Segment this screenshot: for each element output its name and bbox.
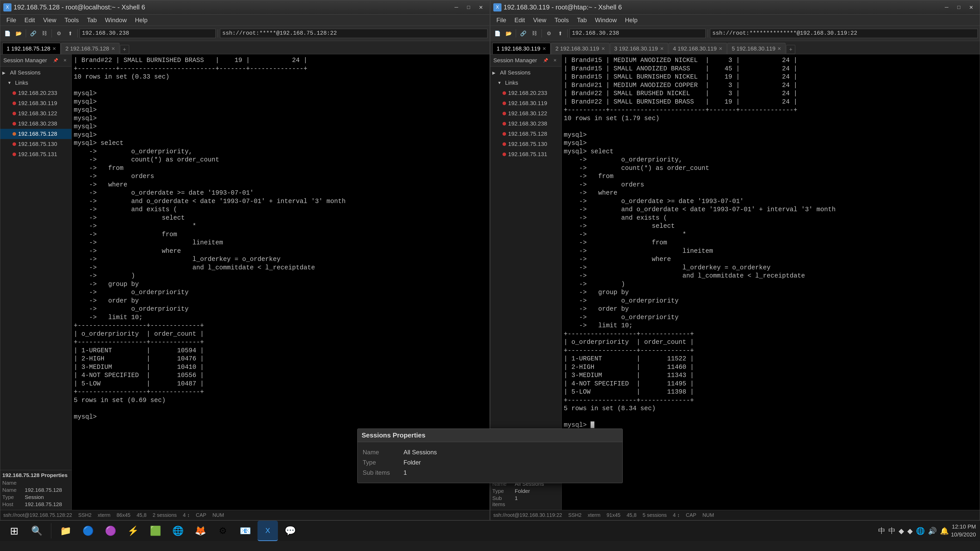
sidebar-pin-right[interactable]: 📌 [542,57,549,64]
prop-type-value-left: Session [25,494,44,500]
sidebar-item-119-right[interactable]: 192.168.30.119 [490,98,562,108]
close-button-left[interactable]: ✕ [475,3,487,11]
tab-3-close-right[interactable]: ✕ [660,46,664,52]
taskbar-ie[interactable]: 🌐 [168,521,188,541]
tab-5-close-right[interactable]: ✕ [777,46,781,52]
taskbar-onenote[interactable]: 🟣 [100,521,121,541]
taskbar-xshell[interactable]: X [258,521,278,541]
menu-help-right[interactable]: Help [621,16,641,25]
tab-4-right[interactable]: 4 192.168.30.119 ✕ [669,43,727,54]
taskbar-tray: 中 中 ◆ ◆ 🌐 🔊 🔔 [878,526,949,536]
tray-ime-icon[interactable]: 中 [888,526,896,536]
toolbar-new-session-left[interactable]: 📄 [2,28,13,38]
start-button[interactable]: ⊞ [4,521,24,541]
sidebar-item-128-left[interactable]: 192.168.75.128 [0,129,72,139]
taskbar-email[interactable]: 📧 [235,521,256,541]
toolbar-disconnect-left[interactable]: ⛓ [39,28,49,38]
sidebar-item-all-sessions-left[interactable]: ▶ All Sessions [0,68,72,78]
tray-volume-icon[interactable]: 🔊 [928,527,937,535]
menu-view-left[interactable]: View [39,16,60,25]
toolbar-open-left[interactable]: 📂 [14,28,24,38]
taskbar-browser-edge[interactable]: 🔵 [78,521,98,541]
sidebar-item-233-left[interactable]: 192.168.20.233 [0,88,72,98]
properties-bar-left: 192.168.75.128 Properties Name Name 192.… [0,470,72,510]
sidebar-item-links-left[interactable]: ▼ Links [0,78,72,88]
tab-1-left[interactable]: 1 192.168.75.128 ✕ [2,43,60,54]
sidebar-item-122-right[interactable]: 192.168.30.122 [490,108,562,119]
sidebar-item-233-right[interactable]: 192.168.20.233 [490,88,562,98]
address-bar-left[interactable] [80,29,216,38]
menu-tools-left[interactable]: Tools [60,16,83,25]
taskbar-clock[interactable]: 12:10 PM 10/9/2020 [951,523,976,539]
toolbar-open-right[interactable]: 📂 [504,28,514,38]
taskbar-wechat[interactable]: 💬 [280,521,301,541]
menu-tools-right[interactable]: Tools [550,16,573,25]
tab-4-label-right: 4 192.168.30.119 [673,45,717,52]
taskbar-vscode[interactable]: 🟩 [145,521,165,541]
sidebar-close-right[interactable]: ✕ [551,57,558,64]
tab-2-close-right[interactable]: ✕ [601,46,605,52]
sidebar-item-238-left[interactable]: 192.168.30.238 [0,119,72,129]
tab-2-close-left[interactable]: ✕ [111,46,115,52]
toolbar-connect-left[interactable]: 🔗 [28,28,38,38]
menu-file-left[interactable]: File [2,16,21,25]
toolbar-new-session-right[interactable]: 📄 [492,28,503,38]
address-bar-right[interactable] [570,29,706,38]
sidebar-item-links-right[interactable]: ▼ Links [490,78,562,88]
sidebar-item-238-right[interactable]: 192.168.30.238 [490,119,562,129]
tab-1-close-right[interactable]: ✕ [542,46,546,52]
tray-keyboard-icon[interactable]: 中 [878,526,885,536]
tab-2-left[interactable]: 2 192.168.75.128 ✕ [61,43,119,54]
toolbar-transfer-left[interactable]: ⬆ [65,28,75,38]
taskbar-app-purple[interactable]: ⚡ [123,521,143,541]
tab-bar-left: 1 192.168.75.128 ✕ 2 192.168.75.128 ✕ + [0,41,490,54]
menu-window-right[interactable]: Window [591,16,620,25]
sidebar-item-128-right[interactable]: 192.168.75.128 [490,129,562,139]
tab-4-close-right[interactable]: ✕ [719,46,722,52]
terminal-right[interactable]: | Brand#15 | MEDIUM ANODIZED NICKEL | 3 … [562,54,980,510]
sidebar-item-all-sessions-right[interactable]: ▶ All Sessions [490,68,562,78]
tray-notification-icon[interactable]: 🔔 [940,527,949,535]
session-address-left[interactable] [220,29,487,38]
toolbar-settings-right[interactable]: ⚙ [544,28,554,38]
menu-tab-right[interactable]: Tab [573,16,591,25]
minimize-button-left[interactable]: ─ [451,3,462,11]
menu-view-right[interactable]: View [529,16,550,25]
sidebar-item-131-right[interactable]: 192.168.75.131 [490,149,562,159]
tab-5-right[interactable]: 5 192.168.30.119 ✕ [727,43,786,54]
toolbar-disconnect-right[interactable]: ⛓ [529,28,539,38]
taskbar-file-explorer[interactable]: 📁 [56,521,76,541]
taskbar-settings-app[interactable]: ⚙ [213,521,233,541]
minimize-button-right[interactable]: ─ [941,3,952,11]
sidebar-item-130-left[interactable]: 192.168.75.130 [0,139,72,149]
window-title-left: 192.168.75.128 - root@localhost:~ - Xshe… [14,3,451,11]
tab-add-right[interactable]: + [786,45,795,54]
menu-edit-right[interactable]: Edit [511,16,529,25]
tab-1-close-left[interactable]: ✕ [52,46,56,52]
sidebar-item-130-right[interactable]: 192.168.75.130 [490,139,562,149]
sidebar-item-119-left[interactable]: 192.168.30.119 [0,98,72,108]
taskbar-firefox[interactable]: 🦊 [190,521,210,541]
tray-network-icon[interactable]: 🌐 [916,527,925,535]
tab-2-right[interactable]: 2 192.168.30.119 ✕ [551,43,609,54]
search-button[interactable]: 🔍 [27,521,47,541]
tab-add-left[interactable]: + [120,45,129,54]
maximize-button-right[interactable]: □ [953,3,964,11]
session-address-right[interactable] [710,29,978,38]
sidebar-item-122-left[interactable]: 192.168.30.122 [0,108,72,119]
toolbar-settings-left[interactable]: ⚙ [54,28,64,38]
tab-1-right[interactable]: 1 192.168.30.119 ✕ [492,43,550,54]
menu-edit-left[interactable]: Edit [21,16,39,25]
close-button-right[interactable]: ✕ [966,3,977,11]
toolbar-transfer-right[interactable]: ⬆ [555,28,565,38]
sidebar-close-left[interactable]: ✕ [61,57,68,64]
tab-3-right[interactable]: 3 192.168.30.119 ✕ [610,43,668,54]
maximize-button-left[interactable]: □ [463,3,474,11]
menu-file-right[interactable]: File [492,16,511,25]
menu-help-left[interactable]: Help [131,16,151,25]
toolbar-connect-right[interactable]: 🔗 [518,28,528,38]
sidebar-item-131-left[interactable]: 192.168.75.131 [0,149,72,159]
menu-tab-left[interactable]: Tab [83,16,101,25]
sidebar-pin-left[interactable]: 📌 [52,57,59,64]
menu-window-left[interactable]: Window [101,16,130,25]
